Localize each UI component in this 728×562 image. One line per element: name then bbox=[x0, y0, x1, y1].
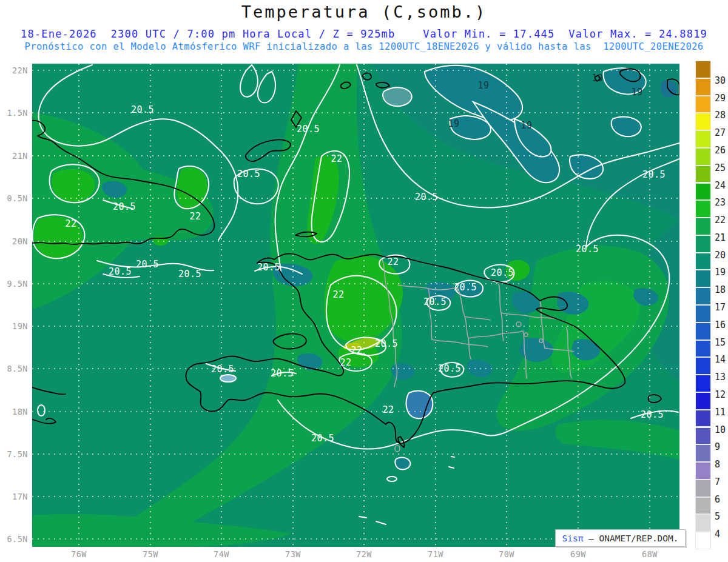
fill-cold-blue-spot bbox=[406, 391, 433, 419]
page-title: Temperatura (C,somb.) bbox=[0, 2, 728, 21]
fill-caicos-bank bbox=[383, 87, 412, 106]
colorbar-tick-label: 8 bbox=[715, 459, 720, 470]
colorbar-segment bbox=[695, 253, 711, 270]
colorbar-segment bbox=[695, 235, 711, 253]
colorbar-tick-label: 26 bbox=[715, 145, 726, 156]
forecast-datetime-line: 18-Ene-2026 2300 UTC / 7:00 pm Hora Loca… bbox=[0, 28, 728, 40]
contour-value-label: 20.5 bbox=[454, 282, 477, 293]
contour-value-label: 22 bbox=[331, 153, 342, 164]
contour-value-label: 22 bbox=[382, 404, 394, 415]
colorbar-segment bbox=[695, 200, 711, 218]
contour-value-label: 20.5 bbox=[211, 364, 234, 375]
contour-value-label: 19 bbox=[592, 73, 603, 84]
sispi-logo: Sisπ bbox=[562, 534, 583, 543]
colorbar-segment bbox=[695, 340, 711, 358]
colorbar-tick-label: 6 bbox=[715, 494, 720, 505]
contour-value-label: 20.5 bbox=[438, 363, 461, 374]
lat-tick-label: 17N bbox=[1, 492, 28, 501]
colorbar-tick-label: 16 bbox=[715, 319, 726, 330]
colorbar-tick-label: 29 bbox=[715, 93, 726, 104]
contour-value-label: 20.5 bbox=[178, 269, 201, 279]
colorbar-segment bbox=[695, 514, 711, 532]
colorbar-segment bbox=[695, 130, 711, 148]
colorbar-tick-label: 11 bbox=[715, 407, 726, 418]
contour-value-label: 20.5 bbox=[109, 266, 132, 277]
colorbar-segment bbox=[695, 375, 711, 392]
colorbar-segment bbox=[695, 96, 711, 113]
contour-value-label: 22 bbox=[332, 289, 344, 300]
contour-value-label: 20.5 bbox=[423, 296, 447, 307]
map-canvas bbox=[32, 64, 679, 547]
contour-value-label: 20.5 bbox=[271, 368, 294, 379]
lon-tick-label: 72W bbox=[356, 549, 372, 559]
contour-value-label: 20.5 bbox=[375, 338, 398, 349]
colorbar-tick-label: 5 bbox=[715, 511, 720, 522]
contour-value-label: 20.5 bbox=[136, 259, 159, 270]
colorbar-segment bbox=[695, 305, 711, 323]
colorbar-tick-label: 7 bbox=[715, 477, 720, 487]
lat-tick-label: 1.5N bbox=[1, 108, 28, 118]
lat-tick-label: 22N bbox=[1, 65, 28, 75]
weather-map-page: Temperatura (C,somb.) 18-Ene-2026 2300 U… bbox=[0, 0, 728, 562]
lat-tick-label: 6.5N bbox=[1, 534, 28, 544]
contour-value-label: 22 bbox=[351, 345, 362, 356]
lon-tick-label: 74W bbox=[214, 549, 229, 559]
colorbar-segment bbox=[695, 462, 711, 480]
contour-value-label: 19 bbox=[477, 80, 489, 91]
contour-value-label: 22 bbox=[189, 211, 201, 222]
contour-value-label: 22 bbox=[387, 256, 399, 267]
lon-tick-label: 76W bbox=[71, 549, 87, 559]
contour-value-label: 20.5 bbox=[415, 192, 438, 202]
lon-tick-label: 71W bbox=[428, 549, 443, 559]
fill-lake bbox=[220, 375, 236, 382]
colorbar-tick-label: 24 bbox=[715, 180, 726, 191]
lat-tick-label: 21N bbox=[1, 151, 28, 161]
colorbar-tick-label: 25 bbox=[715, 162, 726, 173]
lat-tick-label: 18N bbox=[1, 407, 28, 416]
lat-tick-label: 7.5N bbox=[1, 449, 28, 459]
colorbar-segment bbox=[695, 480, 711, 497]
colorbar-tick-label: 13 bbox=[715, 372, 726, 383]
contour-value-label: 20.5 bbox=[311, 433, 334, 444]
colorbar-tick-label: 12 bbox=[715, 389, 726, 400]
colorbar-tick-label: 20 bbox=[715, 250, 726, 261]
watermark-org: ONAMET/REP.DOM. bbox=[599, 534, 679, 543]
contour-value-label: 20.5 bbox=[491, 267, 514, 278]
colorbar-tick-label: 15 bbox=[715, 337, 726, 348]
contour-value-label: 19 bbox=[521, 120, 532, 131]
contour-value-label: 20.5 bbox=[237, 169, 260, 179]
lon-tick-label: 73W bbox=[285, 549, 301, 559]
colorbar-segment bbox=[695, 61, 711, 78]
lat-tick-label: 8.5N bbox=[1, 364, 28, 373]
colorbar-segment bbox=[695, 392, 711, 410]
lon-tick-label: 69W bbox=[570, 549, 586, 559]
colorbar-segment bbox=[695, 113, 711, 130]
colorbar-tick-label: 17 bbox=[715, 302, 726, 313]
colorbar-tick-label: 21 bbox=[715, 232, 726, 243]
lat-tick-label: 9.5N bbox=[1, 279, 28, 289]
contour-value-label: 22 bbox=[340, 357, 351, 368]
colorbar-tick-label: 23 bbox=[715, 197, 726, 208]
colorbar-segment bbox=[695, 497, 711, 515]
contour-value-label: 20.5 bbox=[131, 104, 154, 115]
map-area bbox=[32, 64, 679, 547]
contour-value-label: 20.5 bbox=[113, 201, 136, 212]
watermark-separator: — bbox=[583, 534, 599, 543]
colorbar-segment bbox=[695, 78, 711, 96]
colorbar-tick-label: 10 bbox=[715, 424, 726, 435]
colorbar-segment bbox=[695, 183, 711, 201]
lon-tick-label: 68W bbox=[642, 549, 658, 559]
colorbar-segment bbox=[695, 323, 711, 340]
colorbar-segment bbox=[695, 357, 711, 375]
colorbar-segment bbox=[695, 287, 711, 305]
contour-value-label: 20.5 bbox=[257, 262, 280, 273]
colorbar-tick-label: 4 bbox=[715, 529, 720, 540]
colorbar-segment bbox=[695, 444, 711, 462]
contour-value-label: 19 bbox=[631, 87, 642, 98]
contour-value-label: 20.5 bbox=[641, 409, 664, 420]
fill-cool-islet-south bbox=[395, 458, 410, 470]
lon-tick-label: 70W bbox=[499, 549, 514, 559]
contour-value-label: 20.5 bbox=[576, 244, 599, 255]
colorbar-tick-label: 30 bbox=[715, 75, 726, 86]
model-info-line: Pronóstico con el Modelo Atmósferico WRF… bbox=[0, 41, 728, 52]
